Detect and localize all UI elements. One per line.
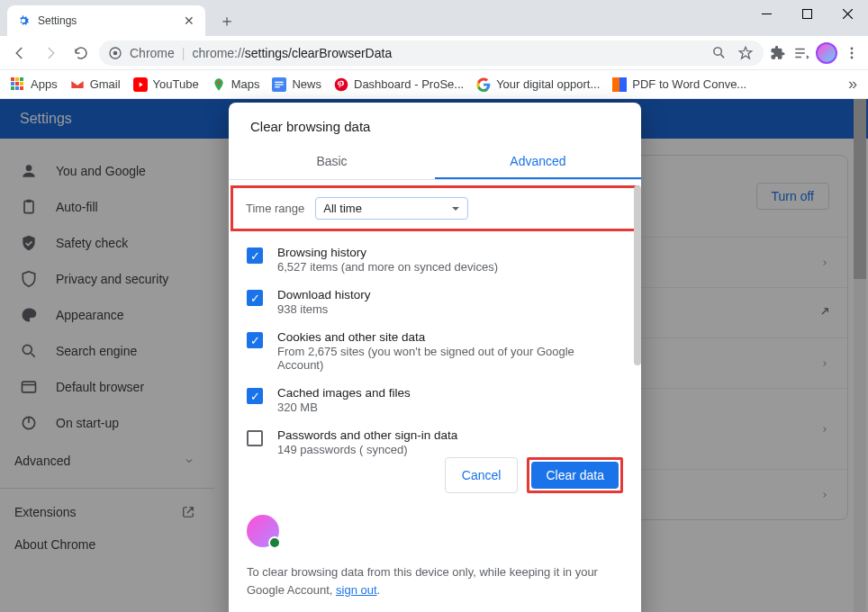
dialog-title: Clear browsing data: [229, 103, 641, 145]
sign-out-link[interactable]: sign out: [336, 583, 377, 597]
reading-list-icon[interactable]: [792, 44, 810, 62]
tab-advanced[interactable]: Advanced: [435, 145, 641, 179]
bookmark-label: YouTube: [153, 77, 199, 91]
dialog-sync-account-row: [229, 508, 641, 560]
svg-point-7: [851, 56, 854, 58]
browser-toolbar: Chrome | chrome://settings/clearBrowserD…: [0, 36, 868, 70]
bookmark-label: Gmail: [90, 77, 121, 91]
sync-badge-icon: [268, 536, 281, 549]
bookmark-label: Apps: [31, 77, 58, 91]
tab-title: Settings: [38, 14, 175, 27]
browser-tab[interactable]: Settings ✕: [7, 5, 205, 36]
chrome-icon: [108, 46, 122, 60]
url-path: settings/clearBrowserData: [245, 46, 392, 60]
svg-point-5: [851, 47, 854, 50]
bookmark-google[interactable]: Your digital opport...: [476, 77, 600, 92]
bookmark-maps[interactable]: Maps: [212, 77, 260, 92]
svg-rect-0: [762, 14, 772, 14]
pdf-icon: [612, 77, 627, 92]
sync-avatar: [247, 515, 279, 547]
news-icon: [272, 77, 286, 92]
option-subtitle: 938 items: [277, 302, 371, 316]
bookmark-label: Your digital opport...: [496, 77, 600, 91]
bookmark-star-icon[interactable]: [737, 44, 755, 62]
time-range-value: All time: [323, 202, 362, 215]
dropdown-caret-icon: [451, 204, 460, 213]
url-scheme: chrome://: [192, 46, 244, 60]
svg-rect-12: [276, 84, 284, 85]
bookmark-news[interactable]: News: [272, 77, 321, 92]
checkbox[interactable]: ✓: [247, 248, 263, 264]
window-maximize-button[interactable]: [787, 0, 827, 27]
chrome-menu-icon[interactable]: [843, 44, 861, 62]
bookmark-apps[interactable]: Apps: [11, 77, 58, 92]
time-range-row: Time range All time: [231, 185, 639, 231]
bookmark-pinterest[interactable]: Dashboard - ProSe...: [334, 77, 464, 92]
clear-data-option[interactable]: ✓Download history938 items: [247, 281, 623, 323]
svg-point-14: [335, 77, 348, 91]
svg-rect-15: [612, 77, 619, 92]
close-tab-icon[interactable]: ✕: [182, 14, 196, 28]
dialog-footer-text: To clear browsing data from this device …: [229, 560, 641, 612]
bookmark-label: Dashboard - ProSe...: [354, 77, 464, 91]
bookmark-pdf[interactable]: PDF to Word Conve...: [612, 77, 746, 92]
svg-point-9: [217, 81, 220, 84]
address-bar[interactable]: Chrome | chrome://settings/clearBrowserD…: [99, 40, 764, 66]
new-tab-button[interactable]: ＋: [214, 8, 240, 33]
extensions-puzzle-icon[interactable]: [769, 44, 787, 62]
zoom-icon[interactable]: [710, 44, 728, 62]
window-titlebar: Settings ✕ ＋: [0, 0, 868, 36]
checkbox[interactable]: ✓: [247, 290, 263, 306]
svg-rect-13: [276, 86, 280, 87]
clear-browsing-data-dialog: Clear browsing data Basic Advanced Time …: [229, 103, 641, 612]
option-subtitle: From 2,675 sites (you won't be signed ou…: [277, 345, 623, 372]
settings-gear-icon: [16, 14, 31, 28]
clear-data-option[interactable]: ✓Cached images and files320 MB: [247, 379, 623, 421]
bookmark-label: Maps: [231, 77, 260, 91]
clear-data-option[interactable]: ✓Browsing history6,527 items (and more o…: [247, 238, 623, 281]
dialog-scrollbar-thumb[interactable]: [634, 185, 641, 365]
gmail-icon: [70, 77, 85, 92]
checkbox[interactable]: ✓: [247, 430, 263, 446]
omnibox-chrome-label: Chrome: [130, 46, 175, 60]
maps-pin-icon: [212, 77, 226, 92]
option-title: Cookies and other site data: [277, 330, 623, 344]
svg-rect-16: [619, 77, 627, 92]
window-close-button[interactable]: [827, 0, 868, 27]
bookmark-bar: Apps Gmail YouTube Maps News Dashboard -…: [0, 70, 868, 99]
option-title: Passwords and other sign-in data: [277, 428, 457, 442]
google-g-icon: [476, 77, 491, 92]
svg-rect-11: [276, 81, 284, 82]
bookmark-gmail[interactable]: Gmail: [70, 77, 121, 92]
checkbox[interactable]: ✓: [247, 388, 263, 404]
window-minimize-button[interactable]: [746, 0, 787, 27]
checkbox[interactable]: ✓: [247, 332, 263, 348]
option-subtitle: 320 MB: [277, 400, 411, 414]
apps-grid-icon: [11, 77, 25, 92]
option-subtitle: 6,527 items (and more on synced devices): [277, 260, 498, 274]
option-title: Download history: [277, 288, 371, 302]
svg-point-3: [113, 50, 118, 55]
option-subtitle: 149 passwords ( synced): [277, 443, 457, 456]
svg-rect-1: [803, 9, 812, 18]
svg-point-4: [713, 48, 721, 56]
pinterest-icon: [334, 77, 348, 92]
time-range-label: Time range: [246, 202, 304, 215]
forward-button[interactable]: [38, 40, 63, 66]
clear-data-option[interactable]: ✓Passwords and other sign-in data149 pas…: [247, 421, 623, 464]
time-range-select[interactable]: All time: [315, 197, 468, 220]
bookmark-youtube[interactable]: YouTube: [133, 77, 199, 92]
profile-avatar[interactable]: [816, 42, 837, 64]
option-title: Cached images and files: [277, 386, 411, 400]
option-title: Browsing history: [277, 246, 498, 259]
bookmark-label: News: [292, 77, 321, 91]
back-button[interactable]: [7, 40, 32, 66]
svg-point-6: [851, 51, 854, 54]
reload-button[interactable]: [68, 40, 94, 66]
bookmark-overflow-icon[interactable]: »: [848, 75, 857, 94]
clear-data-option[interactable]: ✓Cookies and other site dataFrom 2,675 s…: [247, 323, 623, 379]
bookmark-label: PDF to Word Conve...: [632, 77, 746, 91]
settings-page: Settings You and Google Auto-fill Safety…: [0, 99, 868, 612]
youtube-icon: [133, 77, 148, 92]
tab-basic[interactable]: Basic: [229, 145, 435, 179]
